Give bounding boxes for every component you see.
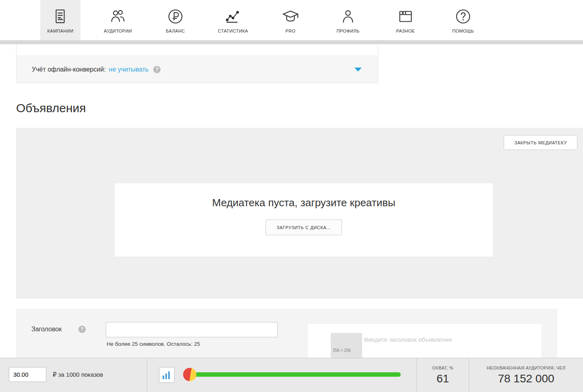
price-unit-label: ₽ за 1000 показов — [53, 371, 103, 378]
coverage-label: ОХВАТ, % — [432, 365, 453, 370]
nav-item-campaigns[interactable]: КАМПАНИИ — [40, 0, 80, 40]
nav-item-pro[interactable]: PRO — [270, 0, 311, 40]
title-input[interactable] — [106, 322, 278, 337]
nav-item-label: РАЗНОЕ — [396, 29, 415, 33]
unreached-audience-label: НЕОХВАЧЕННАЯ АУДИТОРИЯ, ЧЕЛ — [487, 365, 566, 370]
unreached-audience-value: 78 152 000 — [498, 372, 554, 385]
nav-item-label: АУДИТОРИИ — [104, 29, 132, 33]
offline-conversions-label: Учёт офлайн-конверсий: — [32, 66, 106, 73]
balance-icon — [166, 7, 185, 26]
nav-item-label: PRO — [285, 29, 295, 33]
chevron-down-icon[interactable] — [354, 68, 362, 72]
media-library-empty-text: Медиатека пуста, загрузите креативы — [115, 197, 493, 209]
upload-from-disk-button[interactable]: ЗАГРУЗИТЬ С ДИСКА... — [266, 220, 342, 235]
price-input[interactable] — [9, 367, 46, 382]
nav-item-audiences[interactable]: АУДИТОРИИ — [98, 0, 138, 40]
close-media-library-button[interactable]: ЗАКРЫТЬ МЕДИАТЕКУ — [504, 135, 577, 150]
audiences-icon — [109, 7, 127, 26]
price-slider-handle[interactable] — [183, 368, 196, 381]
offline-conversions-panel: Учёт офлайн-конверсий: не учитывать ? — [16, 44, 378, 83]
unreached-audience-stat: НЕОХВАЧЕННАЯ АУДИТОРИЯ, ЧЕЛ 78 152 000 — [469, 358, 583, 392]
offline-conversions-value-link[interactable]: не учитывать — [109, 66, 149, 73]
nav-item-misc[interactable]: РАЗНОЕ — [385, 0, 426, 40]
price-chart-button[interactable] — [159, 367, 175, 383]
top-navigation: КАМПАНИИ АУДИТОРИИ БАЛАНС — [0, 0, 583, 40]
nav-item-label: ПРОФИЛЬ — [336, 29, 359, 33]
pro-icon — [281, 7, 300, 26]
nav-item-label: БАЛАНС — [166, 29, 185, 33]
question-icon[interactable]: ? — [153, 66, 161, 73]
title-label: Заголовок — [31, 326, 62, 333]
nav-item-profile[interactable]: ПРОФИЛЬ — [328, 0, 368, 40]
offline-conversions-row: Учёт офлайн-конверсий: не учитывать ? — [16, 56, 378, 83]
nav-item-help[interactable]: ПОМОЩЬ — [443, 0, 483, 40]
nav-item-label: СТАТИСТИКА — [218, 29, 248, 33]
statistics-icon — [224, 7, 242, 26]
ads-section-title: Объявления — [16, 101, 583, 115]
nav-item-statistics[interactable]: СТАТИСТИКА — [213, 0, 253, 40]
bar-chart-icon — [163, 371, 170, 379]
coverage-stat: ОХВАТ, % 61 — [417, 358, 469, 392]
chars-remaining-hint: Не более 25 символов. Осталось: 25 — [107, 341, 200, 347]
coverage-value: 61 — [437, 372, 449, 385]
scroll-strip — [0, 40, 583, 44]
profile-icon — [339, 7, 357, 26]
divider — [147, 358, 147, 392]
panel-top-remnant — [16, 44, 378, 56]
campaigns-icon — [51, 7, 70, 26]
bottom-bar: ₽ за 1000 показов ОХВАТ, % 61 НЕОХВАЧЕНН… — [0, 358, 583, 392]
image-size-label: 256 × 256 — [333, 348, 351, 353]
nav-item-label: КАМПАНИИ — [47, 29, 73, 33]
price-slider-track[interactable] — [184, 372, 401, 377]
question-icon[interactable]: ? — [78, 326, 86, 333]
media-library-empty-box: Медиатека пуста, загрузите креативы ЗАГР… — [115, 183, 493, 257]
preview-title-placeholder: Введите заголовок объявления — [364, 336, 452, 343]
nav-item-balance[interactable]: БАЛАНС — [155, 0, 196, 40]
media-library-panel: ЗАКРЫТЬ МЕДИАТЕКУ Медиатека пуста, загру… — [16, 128, 583, 299]
misc-icon — [396, 7, 415, 26]
help-icon — [454, 7, 472, 26]
nav-item-label: ПОМОЩЬ — [452, 29, 474, 33]
